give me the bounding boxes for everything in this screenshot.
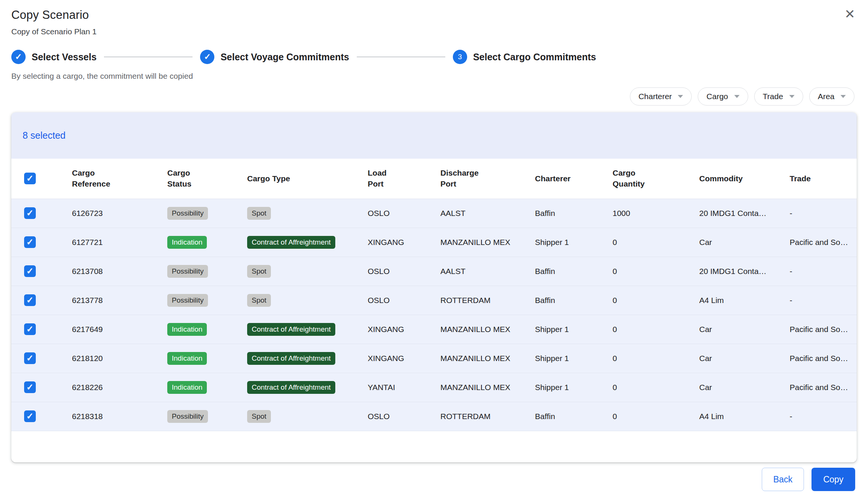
cell-text: Shipper 1 xyxy=(535,383,569,392)
table-row: ✓6218120IndicationContract of Affreightm… xyxy=(11,344,857,373)
row-checkbox[interactable]: ✓ xyxy=(24,323,36,335)
cargo-type-badge: Contract of Affreightment xyxy=(247,381,335,394)
cargo-type-badge: Contract of Affreightment xyxy=(247,323,335,336)
cell-cargo_quantity: 0 xyxy=(604,286,690,315)
row-checkbox[interactable]: ✓ xyxy=(24,294,36,306)
close-icon[interactable]: ✕ xyxy=(845,8,856,20)
filter-charterer[interactable]: Charterer xyxy=(630,87,692,106)
cell-text: YANTAI xyxy=(368,383,395,392)
cell-text: Shipper 1 xyxy=(535,325,569,334)
chevron-down-icon xyxy=(840,95,846,98)
cell-select: ✓ xyxy=(11,199,63,228)
column-header-discharge_port: DischargePort xyxy=(431,159,526,199)
table-row: ✓6217649IndicationContract of Affreightm… xyxy=(11,315,857,344)
row-checkbox[interactable]: ✓ xyxy=(24,352,36,364)
cargo-status-badge: Indication xyxy=(167,236,207,249)
column-header-trade: Trade xyxy=(781,159,857,199)
column-header-charterer: Charterer xyxy=(526,159,604,199)
cell-text: 6213708 xyxy=(72,267,103,275)
column-header-cargo_type: Cargo Type xyxy=(238,159,359,199)
cell-cargo_quantity: 0 xyxy=(604,315,690,344)
cell-discharge_port: ROTTERDAM xyxy=(431,402,526,431)
cell-charterer: Baffin xyxy=(526,199,604,228)
filter-cargo[interactable]: Cargo xyxy=(698,87,748,106)
table-row: ✓6126723PossibilitySpotOSLOAALSTBaffin10… xyxy=(11,199,857,228)
row-checkbox[interactable]: ✓ xyxy=(24,207,36,219)
cell-cargo_reference: 6127721 xyxy=(63,228,158,257)
cell-commodity: 20 IMDG1 Conta… xyxy=(690,257,781,286)
cell-cargo_type: Contract of Affreightment xyxy=(238,373,359,402)
cell-commodity: Car xyxy=(690,344,781,373)
cell-text: OSLO xyxy=(368,267,390,275)
cell-cargo_type: Contract of Affreightment xyxy=(238,228,359,257)
cell-text: OSLO xyxy=(368,296,390,305)
table-row: ✓6213778PossibilitySpotOSLOROTTERDAMBaff… xyxy=(11,286,857,315)
table-row: ✓6127721IndicationContract of Affreightm… xyxy=(11,228,857,257)
cell-text: 6126723 xyxy=(72,209,103,217)
row-checkbox[interactable]: ✓ xyxy=(24,410,36,422)
step-select-vessels[interactable]: ✓ Select Vessels xyxy=(11,50,96,64)
row-checkbox[interactable]: ✓ xyxy=(24,265,36,277)
step-connector xyxy=(104,57,193,57)
cell-commodity: Car xyxy=(690,228,781,257)
cell-cargo_reference: 6126723 xyxy=(63,199,158,228)
cell-text: ROTTERDAM xyxy=(440,412,491,421)
cell-charterer: Shipper 1 xyxy=(526,373,604,402)
cargo-status-badge: Possibility xyxy=(167,294,208,307)
cell-text: 6127721 xyxy=(72,238,103,246)
table-row: ✓6218226IndicationContract of Affreightm… xyxy=(11,373,857,402)
cargo-status-badge: Indication xyxy=(167,352,207,365)
filter-label: Charterer xyxy=(639,92,672,101)
step-select-voyage-commitments[interactable]: ✓ Select Voyage Commitments xyxy=(200,50,349,64)
cell-text: XINGANG xyxy=(368,325,404,334)
step-connector xyxy=(357,57,445,57)
cargo-type-badge: Contract of Affreightment xyxy=(247,352,335,365)
cell-text: 0 xyxy=(613,412,617,421)
cell-cargo_status: Possibility xyxy=(158,402,238,431)
cell-cargo_status: Indication xyxy=(158,344,238,373)
cell-text: MANZANILLO MEX xyxy=(440,383,510,392)
cell-text: 6217649 xyxy=(72,325,103,334)
cell-cargo_quantity: 0 xyxy=(604,257,690,286)
cell-load_port: OSLO xyxy=(359,257,431,286)
row-checkbox[interactable]: ✓ xyxy=(24,381,36,393)
cell-cargo_type: Spot xyxy=(238,286,359,315)
cell-cargo_reference: 6218226 xyxy=(63,373,158,402)
cell-text: MANZANILLO MEX xyxy=(440,325,510,334)
cell-load_port: XINGANG xyxy=(359,315,431,344)
cell-trade: - xyxy=(781,257,857,286)
cell-discharge_port: MANZANILLO MEX xyxy=(431,315,526,344)
cell-text: AALST xyxy=(440,267,466,275)
step-select-cargo-commitments[interactable]: 3 Select Cargo Commitments xyxy=(453,50,596,64)
cell-charterer: Baffin xyxy=(526,286,604,315)
filter-label: Cargo xyxy=(706,92,728,101)
cell-text: Car xyxy=(699,383,712,392)
copy-button[interactable]: Copy xyxy=(811,468,855,491)
step-label: Select Cargo Commitments xyxy=(473,52,596,63)
cell-text: 0 xyxy=(613,238,617,246)
cell-load_port: XINGANG xyxy=(359,228,431,257)
cell-commodity: Car xyxy=(690,315,781,344)
back-button[interactable]: Back xyxy=(762,468,804,491)
cargo-table-panel: 8 selected ✓CargoReferenceCargoStatusCar… xyxy=(11,112,857,462)
row-checkbox[interactable]: ✓ xyxy=(24,236,36,248)
cell-text: 6218226 xyxy=(72,383,103,392)
cell-load_port: OSLO xyxy=(359,402,431,431)
selection-band: 8 selected xyxy=(11,112,857,159)
filters-row: Charterer Cargo Trade Area xyxy=(0,87,854,106)
cell-cargo_quantity: 0 xyxy=(604,402,690,431)
helper-text: By selecting a cargo, the commitment wil… xyxy=(11,72,868,81)
cell-text: 0 xyxy=(613,267,617,275)
cell-cargo_reference: 6218120 xyxy=(63,344,158,373)
cargo-status-badge: Possibility xyxy=(167,265,208,278)
cell-commodity: 20 IMDG1 Conta… xyxy=(690,199,781,228)
filter-trade[interactable]: Trade xyxy=(754,87,803,106)
cell-text: Baffin xyxy=(535,267,555,275)
cell-text: 1000 xyxy=(613,209,630,217)
table-header: ✓CargoReferenceCargoStatusCargo TypeLoad… xyxy=(11,159,857,199)
select-all-checkbox[interactable]: ✓ xyxy=(24,173,36,184)
chevron-down-icon xyxy=(734,95,740,98)
cell-text: 20 IMDG1 Conta… xyxy=(699,267,767,275)
cell-cargo_status: Indication xyxy=(158,228,238,257)
filter-area[interactable]: Area xyxy=(809,87,854,106)
